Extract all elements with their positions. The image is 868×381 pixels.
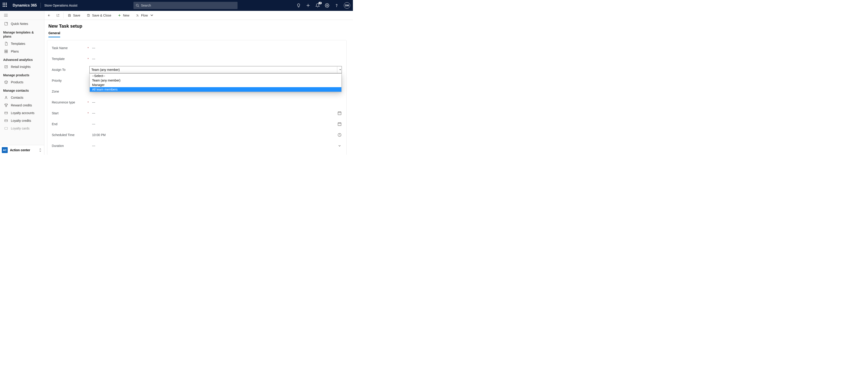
nav-label: Loyalty cards	[11, 126, 29, 130]
field-template: Template * ---	[52, 53, 342, 64]
field-label: Duration	[52, 144, 88, 148]
new-button[interactable]: New	[115, 11, 132, 20]
global-search[interactable]	[133, 2, 238, 9]
flow-button[interactable]: Flow	[132, 11, 159, 20]
field-value[interactable]: ---	[92, 45, 342, 51]
arrow-left-icon	[47, 13, 51, 17]
popout-button[interactable]	[53, 11, 62, 20]
app-launcher-icon[interactable]	[3, 3, 8, 8]
user-avatar[interactable]: DM	[344, 2, 350, 9]
field-label: Template	[52, 57, 88, 61]
search-icon	[136, 4, 139, 7]
card-icon	[4, 111, 8, 115]
assign-to-combo[interactable]: Team (any member)	[89, 66, 342, 74]
app-subtitle: Store Operations Assist	[44, 4, 78, 7]
brand-divider	[40, 3, 41, 8]
calendar-icon[interactable]	[337, 111, 342, 115]
tab-general[interactable]: General	[49, 31, 60, 37]
clock-icon[interactable]	[337, 133, 342, 137]
required-marker: *	[88, 101, 90, 104]
person-icon	[4, 95, 8, 99]
notification-badge: 2	[318, 2, 322, 4]
field-value[interactable]: 10:00 PM	[92, 132, 337, 138]
svg-rect-10	[6, 52, 7, 53]
grid-icon	[4, 49, 8, 53]
dropdown-option[interactable]: Team (any member)	[90, 78, 341, 83]
field-end: End ---	[52, 119, 342, 129]
field-label: Task Name	[52, 46, 88, 50]
area-switcher[interactable]: AC Action center	[0, 145, 44, 155]
field-value[interactable]: ---	[92, 99, 342, 106]
nav-label: Retail insights	[11, 65, 31, 68]
field-label: End	[52, 122, 88, 126]
nav-products[interactable]: Products	[0, 78, 44, 86]
lightbulb-icon[interactable]	[296, 3, 301, 8]
assign-to-dropdown: --Select-- Team (any member) Manager All…	[90, 74, 342, 92]
combo-value: Team (any member)	[91, 68, 120, 71]
trophy-icon	[4, 103, 8, 107]
nav-label: Products	[11, 80, 23, 84]
plus-icon	[118, 13, 121, 17]
svg-rect-7	[5, 50, 6, 51]
nav-contacts[interactable]: Contacts	[0, 94, 44, 101]
dropdown-option[interactable]: Manager	[90, 83, 341, 87]
nav-loyalty-credits[interactable]: Loyalty credits	[0, 117, 44, 124]
svg-rect-23	[338, 112, 341, 115]
main-area: Save Save & Close New Flow New Task setu…	[44, 11, 353, 155]
required-marker: *	[88, 112, 90, 115]
note-icon	[4, 22, 8, 26]
save-button[interactable]: Save	[64, 11, 84, 20]
nav-plans[interactable]: Plans	[0, 48, 44, 55]
field-label: Zone	[52, 90, 88, 93]
notifications-icon[interactable]: 2	[315, 3, 320, 8]
area-label: Action center	[10, 148, 39, 152]
required-marker: *	[88, 57, 90, 61]
nav-loyalty-cards[interactable]: Loyalty cards	[0, 124, 44, 132]
save-close-button[interactable]: Save & Close	[84, 11, 115, 20]
sidebar: Quick Notes Manage templates & plans Tem…	[0, 11, 44, 155]
card-icon	[4, 126, 8, 130]
svg-rect-17	[5, 127, 8, 129]
card-icon	[4, 119, 8, 123]
hamburger-icon	[4, 14, 8, 17]
field-value[interactable]: ---	[92, 110, 337, 116]
nav-quick-notes[interactable]: Quick Notes	[0, 20, 44, 28]
nav-reward-credits[interactable]: Reward credits	[0, 101, 44, 109]
svg-rect-8	[6, 50, 7, 51]
field-label: Priority	[52, 79, 88, 82]
nav-label: Loyalty accounts	[11, 111, 34, 115]
field-value[interactable]: ---	[92, 143, 337, 149]
section-templates: Manage templates & plans	[0, 28, 44, 40]
back-button[interactable]	[44, 11, 53, 20]
nav-templates[interactable]: Templates	[0, 40, 44, 48]
svg-rect-27	[338, 123, 341, 126]
flow-icon	[136, 13, 140, 17]
insights-icon	[4, 65, 8, 69]
field-label: Assign To	[52, 68, 88, 71]
calendar-icon[interactable]	[337, 122, 342, 126]
help-icon[interactable]	[334, 3, 339, 8]
field-duration: Duration ---	[52, 140, 342, 151]
nav-label: Quick Notes	[11, 22, 28, 26]
field-value[interactable]: ---	[92, 56, 342, 62]
field-value[interactable]: ---	[92, 121, 337, 127]
nav-label: Plans	[11, 50, 19, 53]
dropdown-option[interactable]: --Select--	[90, 74, 341, 78]
dropdown-option[interactable]: All team members	[90, 87, 341, 92]
nav-retail-insights[interactable]: Retail insights	[0, 63, 44, 70]
nav-loyalty-accounts[interactable]: Loyalty accounts	[0, 109, 44, 117]
area-tile: AC	[2, 147, 8, 153]
section-analytics: Advanced analytics	[0, 55, 44, 63]
updown-icon	[39, 148, 42, 152]
svg-point-12	[5, 96, 6, 97]
search-input[interactable]	[141, 4, 235, 7]
cmd-label: Save	[73, 13, 80, 17]
brand-name: Dynamics 365	[13, 3, 37, 7]
field-recurrence: Recurrence type * ---	[52, 97, 342, 108]
sidebar-toggle[interactable]	[0, 11, 44, 20]
add-icon[interactable]	[306, 3, 310, 8]
cmd-separator	[63, 12, 64, 18]
combo-arrow[interactable]	[337, 66, 342, 73]
settings-icon[interactable]	[325, 3, 329, 8]
chevron-down-icon[interactable]	[337, 144, 342, 148]
